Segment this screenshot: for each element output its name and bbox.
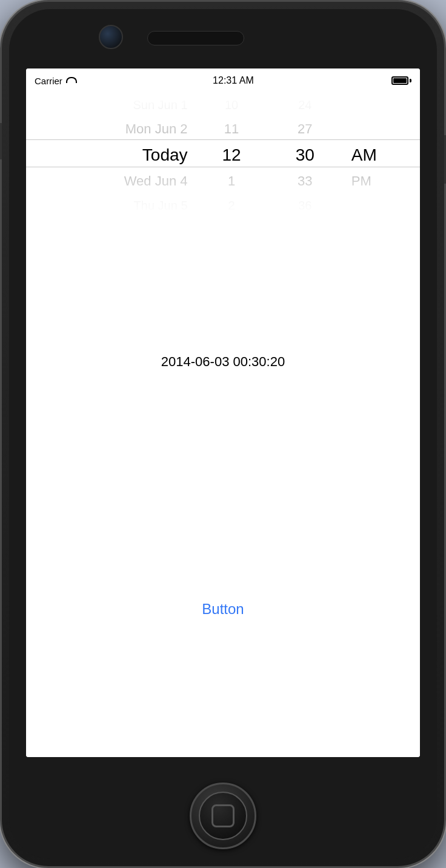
list-item: 24	[298, 93, 311, 117]
hour-items: 10 11 12 1 2	[195, 93, 268, 214]
list-item: AM	[351, 141, 377, 169]
list-item	[351, 193, 355, 214]
list-item: Mon Jun 2	[125, 117, 188, 141]
list-item: Thu Jun 5	[134, 193, 188, 214]
list-item: Today	[142, 141, 188, 169]
picker-col-date[interactable]: Sun Jun 1 Mon Jun 2 Today Wed Jun 4 Thu …	[26, 93, 195, 214]
status-time: 12:31 AM	[213, 75, 254, 86]
picker-col-hour[interactable]: 10 11 12 1 2	[195, 93, 268, 214]
list-item: 36	[298, 193, 311, 214]
carrier-label: Carrier	[35, 76, 75, 86]
picker-columns: Sun Jun 1 Mon Jun 2 Today Wed Jun 4 Thu …	[26, 93, 420, 214]
date-time-picker[interactable]: Sun Jun 1 Mon Jun 2 Today Wed Jun 4 Thu …	[26, 93, 420, 214]
list-item	[351, 93, 355, 117]
camera	[99, 25, 123, 49]
battery-tip	[410, 79, 411, 82]
list-item: 12	[222, 141, 241, 169]
picker-col-ampm[interactable]: AM PM	[342, 93, 420, 214]
phone-device: Carrier 12:31 AM Sun Jun 1	[0, 0, 446, 868]
home-button[interactable]	[190, 783, 256, 849]
home-icon	[211, 804, 235, 827]
date-items: Sun Jun 1 Mon Jun 2 Today Wed Jun 4 Thu …	[26, 93, 188, 214]
battery-body	[391, 76, 408, 85]
list-item: 27	[298, 117, 312, 141]
list-item: Sun Jun 1	[133, 93, 187, 117]
ampm-items: AM PM	[347, 93, 420, 214]
list-item: 11	[224, 117, 239, 141]
status-bar: Carrier 12:31 AM	[26, 68, 420, 93]
minute-items: 24 27 30 33 36	[268, 93, 342, 214]
list-item: 2	[228, 193, 235, 214]
carrier-text: Carrier	[35, 76, 62, 86]
date-display: 2014-06-03 00:30:20	[161, 354, 285, 370]
home-button-inner	[199, 792, 247, 840]
content-area: 2014-06-03 00:30:20 Button	[26, 214, 420, 757]
list-item: PM	[351, 169, 371, 193]
list-item: Wed Jun 4	[124, 169, 188, 193]
wifi-icon	[65, 77, 75, 84]
screen: Carrier 12:31 AM Sun Jun 1	[26, 68, 420, 757]
speaker	[147, 31, 244, 45]
list-item: 1	[228, 169, 235, 193]
list-item: 30	[296, 141, 315, 169]
action-button[interactable]: Button	[202, 601, 244, 618]
battery-fill	[393, 78, 407, 83]
picker-col-minute[interactable]: 24 27 30 33 36	[268, 93, 342, 214]
list-item: 33	[298, 169, 312, 193]
battery-icon	[391, 76, 411, 85]
list-item	[351, 117, 355, 141]
list-item: 10	[225, 93, 238, 117]
volume-button[interactable]	[0, 123, 2, 159]
